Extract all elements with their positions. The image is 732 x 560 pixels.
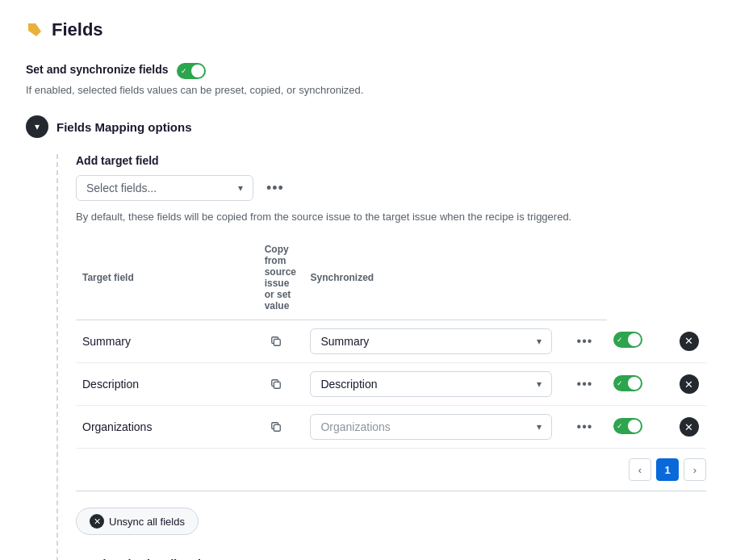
add-target-label: Add target field [76, 154, 706, 167]
value-cell: Description ▾ [303, 363, 565, 406]
row-more-btn[interactable]: ••• [572, 416, 600, 437]
unsync-all-btn[interactable]: ✕ Unsync all fields [76, 508, 199, 535]
remove-btn[interactable]: ✕ [680, 332, 699, 351]
sync-toggle[interactable]: ✓ [613, 332, 642, 348]
copy-icon-cell [258, 363, 304, 406]
check-icon: ✓ [617, 379, 623, 387]
current-page[interactable]: 1 [656, 458, 679, 481]
svg-marker-0 [28, 23, 41, 36]
chevron-down-icon: ▾ [537, 378, 542, 390]
more-cell: ••• [566, 363, 607, 406]
set-sync-label: Set and synchronize fields [26, 63, 169, 76]
row-more-btn[interactable]: ••• [572, 374, 600, 395]
value-text: Description [320, 378, 377, 391]
set-sync-toggle[interactable]: ✓ [177, 63, 206, 79]
target-field-name: Summary [82, 335, 131, 348]
collapse-button[interactable]: ▾ [26, 115, 48, 138]
col-target-header: Target field [76, 239, 258, 320]
remove-btn[interactable]: ✕ [680, 374, 699, 394]
copy-icon-btn[interactable] [265, 373, 287, 395]
sync-cell: ✓ [607, 320, 673, 363]
copy-hint: By default, these fields will be copied … [76, 211, 706, 223]
x-icon: ✕ [90, 514, 104, 529]
svg-rect-1 [274, 339, 280, 345]
remove-cell: ✕ [673, 406, 706, 449]
chevron-down-icon: ▾ [537, 421, 542, 433]
next-page-btn[interactable]: › [684, 458, 706, 481]
table-row: Description Description ▾ ••• ✓ ✕ [76, 363, 706, 406]
svg-rect-3 [274, 424, 280, 431]
fields-table: Target field Copy from source issue or s… [76, 239, 706, 449]
pagination-row: ‹ 1 › [76, 449, 706, 491]
remove-btn[interactable]: ✕ [680, 417, 699, 437]
more-cell: ••• [566, 406, 607, 449]
fields-mapping-content: Add target field Select fields... ▾ ••• … [56, 154, 706, 560]
remove-cell: ✕ [673, 363, 706, 406]
sync-toggle[interactable]: ✓ [613, 375, 642, 391]
add-target-row: Select fields... ▾ ••• [76, 175, 706, 201]
value-dropdown[interactable]: Organizations ▾ [310, 414, 552, 440]
chevron-down-icon: ▾ [35, 121, 40, 132]
fields-mapping-header[interactable]: ▾ Fields Mapping options [26, 115, 706, 138]
tag-icon [26, 21, 44, 39]
prev-page-btn[interactable]: ‹ [629, 458, 651, 481]
value-text: Summary [320, 335, 369, 348]
sync-cell: ✓ [607, 363, 673, 406]
value-text: Organizations [320, 420, 390, 433]
set-sync-row: Set and synchronize fields ✓ [26, 63, 706, 79]
page-header: Fields [26, 19, 706, 40]
col-sync-header: Synchronized [303, 239, 565, 320]
sync-toggle[interactable]: ✓ [613, 418, 642, 434]
target-field-cell: Organizations [76, 406, 258, 449]
add-target-dropdown[interactable]: Select fields... ▾ [76, 175, 253, 201]
chevron-down-icon: ▾ [238, 182, 243, 194]
value-cell: Organizations ▾ [303, 406, 565, 449]
copy-icon-btn[interactable] [265, 330, 287, 353]
value-cell: Summary ▾ [303, 320, 565, 363]
copy-icon-cell [258, 406, 304, 449]
page-title: Fields [52, 19, 103, 40]
unsync-all-label: Unsync all fields [109, 516, 185, 528]
fields-mapping-title: Fields Mapping options [56, 120, 192, 134]
more-cell: ••• [566, 320, 607, 363]
target-field-name: Organizations [82, 420, 152, 433]
target-field-cell: Summary [76, 320, 258, 363]
table-row: Summary Summary ▾ ••• ✓ ✕ [76, 320, 706, 363]
remove-cell: ✕ [673, 320, 706, 363]
add-target-placeholder: Select fields... [86, 182, 157, 194]
col-action-header [566, 239, 607, 320]
copy-icon-btn[interactable] [265, 416, 287, 438]
check-icon: ✓ [617, 336, 623, 344]
value-dropdown[interactable]: Summary ▾ [310, 328, 552, 354]
target-field-name: Description [82, 378, 139, 391]
check-icon: ✓ [617, 422, 623, 430]
set-sync-hint: If enabled, selected fields values can b… [26, 84, 706, 96]
target-field-cell: Description [76, 363, 258, 406]
col-copy-header: Copy from source issue or set value [258, 239, 304, 320]
svg-rect-2 [274, 382, 280, 388]
add-target-more-btn[interactable]: ••• [261, 177, 289, 200]
table-row: Organizations Organizations ▾ ••• ✓ ✕ [76, 406, 706, 449]
sync-cell: ✓ [607, 406, 673, 449]
row-more-btn[interactable]: ••• [572, 331, 600, 352]
copy-icon-cell [258, 320, 304, 363]
value-dropdown[interactable]: Description ▾ [310, 371, 552, 397]
chevron-down-icon: ▾ [537, 336, 542, 347]
